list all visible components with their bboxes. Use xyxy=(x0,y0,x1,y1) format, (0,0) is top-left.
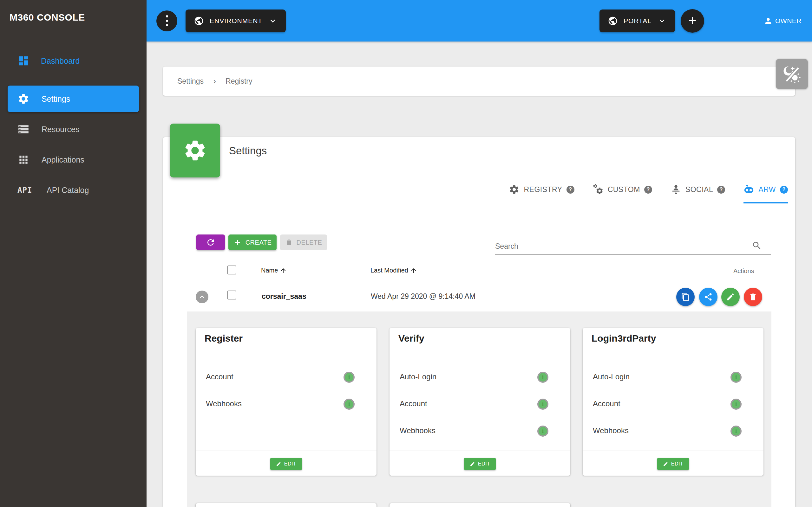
theme-toggle-button[interactable] xyxy=(776,59,808,89)
search-field xyxy=(495,237,771,255)
edit-row-button[interactable] xyxy=(721,288,740,306)
select-all-checkbox[interactable] xyxy=(227,266,236,274)
card-row-auto-login: Auto-Login i xyxy=(583,372,763,383)
status-on-indicator: i xyxy=(730,372,742,383)
card-title: Register xyxy=(205,333,243,344)
card-row-account: Account i xyxy=(583,399,763,410)
card-row-auto-login: Auto-Login i xyxy=(390,372,570,383)
delete-label: DELETE xyxy=(297,239,322,246)
sidebar-item-dashboard[interactable]: Dashboard xyxy=(0,51,147,71)
row-name: corsair_saas xyxy=(262,292,306,301)
gear-icon xyxy=(183,138,207,163)
app-root: M360 CONSOLE Dashboard Settings Resource… xyxy=(0,0,812,507)
apps-grid-icon xyxy=(17,154,30,166)
chevron-up-icon xyxy=(198,292,206,301)
trash-icon xyxy=(285,239,293,246)
arrow-up-icon xyxy=(280,267,287,274)
sidebar-item-applications[interactable]: Applications xyxy=(8,147,139,173)
tab-arw[interactable]: ARW ? xyxy=(744,184,788,204)
environment-label: ENVIRONMENT xyxy=(210,17,262,25)
partial-card xyxy=(196,503,376,507)
card-title: Verify xyxy=(398,333,424,344)
tab-registry[interactable]: REGISTRY ? xyxy=(509,184,574,204)
share-button[interactable] xyxy=(699,288,717,306)
table-header: Name Last Modified Actions xyxy=(187,260,771,282)
help-icon[interactable]: ? xyxy=(566,186,574,193)
share-icon xyxy=(704,292,713,301)
gear-icon xyxy=(509,184,519,195)
portal-label: PORTAL xyxy=(623,17,652,25)
card-row-account: Account i xyxy=(390,399,570,410)
chevron-down-icon xyxy=(657,16,667,26)
sidebar: M360 CONSOLE Dashboard Settings Resource… xyxy=(0,0,147,507)
breadcrumb-item-registry: Registry xyxy=(225,77,252,86)
edit-register-button[interactable]: EDIT xyxy=(270,458,302,470)
partial-card xyxy=(390,503,570,507)
page-title: Settings xyxy=(229,145,267,157)
sidebar-item-label: Settings xyxy=(42,95,70,104)
pencil-icon xyxy=(663,461,668,467)
edit-verify-button[interactable]: EDIT xyxy=(464,458,496,470)
search-icon xyxy=(752,240,762,250)
gears-icon xyxy=(593,184,604,195)
app-brand: M360 CONSOLE xyxy=(9,12,85,23)
sidebar-item-api-catalog[interactable]: API API Catalog xyxy=(8,177,139,204)
tab-label: CUSTOM xyxy=(608,185,640,194)
create-button[interactable]: CREATE xyxy=(229,234,276,250)
status-on-indicator: i xyxy=(537,426,548,437)
verify-card: Verify Auto-Login i Account i Webhooks i xyxy=(390,328,570,475)
delete-button[interactable]: DELETE xyxy=(280,234,327,250)
row-checkbox[interactable] xyxy=(227,291,236,299)
tab-label: REGISTRY xyxy=(524,185,562,194)
sidebar-item-label: Dashboard xyxy=(41,56,80,66)
environment-selector[interactable]: ENVIRONMENT xyxy=(186,9,286,32)
tab-custom[interactable]: CUSTOM ? xyxy=(593,184,652,204)
collapse-row-button[interactable] xyxy=(196,291,208,303)
refresh-button[interactable] xyxy=(196,234,225,250)
sidebar-item-resources[interactable]: Resources xyxy=(8,116,139,143)
more-menu-button[interactable] xyxy=(156,10,177,32)
plus-icon: + xyxy=(688,13,697,27)
sidebar-item-label: Resources xyxy=(42,125,80,134)
help-icon[interactable]: ? xyxy=(717,186,725,193)
delete-row-button[interactable] xyxy=(744,288,762,306)
column-header-name: Name xyxy=(261,267,278,274)
tab-bar: REGISTRY ? CUSTOM ? SOCIAL xyxy=(490,184,788,204)
owner-label: OWNER xyxy=(775,17,802,25)
topbar: ENVIRONMENT PORTAL + OWNER xyxy=(147,0,812,42)
robot-icon xyxy=(744,184,754,195)
sidebar-divider xyxy=(4,78,142,78)
breadcrumb-item-settings[interactable]: Settings xyxy=(177,77,204,86)
help-icon[interactable]: ? xyxy=(644,186,652,193)
status-on-indicator: i xyxy=(344,372,355,383)
sort-by-last-modified[interactable]: Last Modified xyxy=(370,267,417,274)
sort-by-name[interactable]: Name xyxy=(261,267,287,274)
owner-menu[interactable]: OWNER xyxy=(764,16,802,25)
edit-login3rdparty-button[interactable]: EDIT xyxy=(657,458,689,470)
search-input[interactable] xyxy=(495,240,749,252)
add-button[interactable]: + xyxy=(681,9,704,33)
social-person-icon xyxy=(670,184,681,195)
registry-table: CREATE DELETE Name Last Modified xyxy=(187,232,771,507)
chevron-down-icon xyxy=(268,16,277,26)
tab-label: ARW xyxy=(758,185,776,194)
sidebar-item-settings[interactable]: Settings xyxy=(8,86,139,112)
globe-icon xyxy=(194,16,204,26)
sidebar-item-label: API Catalog xyxy=(47,186,89,195)
copy-button[interactable] xyxy=(676,288,695,306)
breadcrumb-separator-icon: › xyxy=(213,77,216,86)
login3rdparty-card: Login3rdParty Auto-Login i Account i Web… xyxy=(583,328,763,475)
status-on-indicator: i xyxy=(344,399,355,410)
copy-icon xyxy=(681,292,690,301)
tab-social[interactable]: SOCIAL ? xyxy=(670,184,725,204)
status-on-indicator: i xyxy=(537,372,548,383)
create-label: CREATE xyxy=(246,239,272,246)
row-last-modified: Wed Apr 29 2020 @ 9:14:40 AM xyxy=(371,292,475,301)
card-row-webhooks: Webhooks i xyxy=(196,399,376,410)
pencil-icon xyxy=(470,461,475,467)
status-on-indicator: i xyxy=(730,426,742,437)
table-row: corsair_saas Wed Apr 29 2020 @ 9:14:40 A… xyxy=(187,282,771,312)
portal-selector[interactable]: PORTAL xyxy=(600,9,675,32)
help-icon[interactable]: ? xyxy=(780,186,788,193)
refresh-icon xyxy=(206,238,215,247)
